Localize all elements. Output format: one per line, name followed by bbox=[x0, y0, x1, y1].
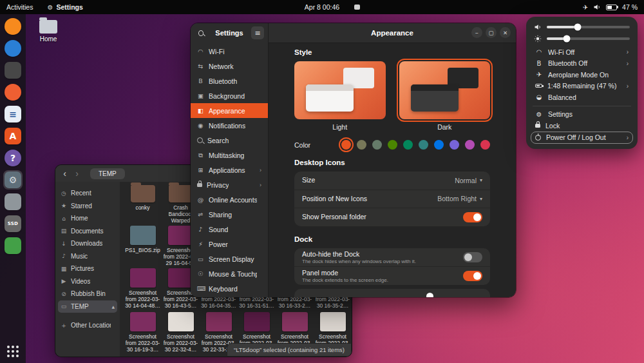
dock-app-button[interactable] bbox=[3, 61, 23, 80]
settings-row[interactable]: Panel mode The dock extends to the scree… bbox=[294, 266, 490, 285]
show-applications-button[interactable] bbox=[3, 345, 23, 358]
settings-nav-item[interactable]: ⊞ Applications › bbox=[191, 162, 268, 177]
dock-app-button[interactable]: ⚙ bbox=[3, 170, 23, 190]
accent-color-swatch[interactable] bbox=[357, 140, 366, 150]
accent-color-swatch[interactable] bbox=[341, 140, 351, 150]
settings-nav-item[interactable]: ⧉ Multitasking bbox=[191, 148, 268, 162]
accent-color-swatch[interactable] bbox=[372, 140, 382, 150]
dock-app-button[interactable] bbox=[3, 39, 23, 58]
settings-row[interactable]: Auto-hide the Dock The dock hides when a… bbox=[294, 248, 490, 266]
settings-nav-item[interactable]: ◉ Notifications bbox=[191, 118, 268, 133]
dock-app-icon: SSD bbox=[5, 215, 21, 232]
dock-app-button[interactable] bbox=[3, 83, 23, 102]
accent-color-swatch[interactable] bbox=[388, 140, 397, 150]
settings-nav-item[interactable]: ☉ Mouse & Touchpad bbox=[191, 266, 268, 281]
style-preview-card[interactable] bbox=[399, 61, 491, 119]
accent-color-swatch[interactable] bbox=[480, 140, 490, 150]
files-sidebar-item[interactable]: ★ Starred bbox=[55, 200, 120, 213]
file-item[interactable]: Screenshot from 2022-03- 30 16-19-3… bbox=[124, 312, 162, 353]
forward-button[interactable]: › bbox=[71, 169, 82, 178]
dock-app-button[interactable]: ? bbox=[3, 148, 23, 168]
settings-nav-item[interactable]: ⇌ Sharing bbox=[191, 207, 268, 222]
system-menu-item[interactable]: ◠ Wi-Fi Off › bbox=[531, 46, 632, 58]
file-item[interactable]: PS1_BIOS.zip bbox=[124, 226, 162, 266]
slider-knob[interactable] bbox=[563, 35, 570, 43]
clock-button[interactable]: Apr 8 00:46 bbox=[305, 3, 339, 11]
settings-nav-item[interactable]: ◧ Appearance bbox=[191, 103, 268, 118]
dock-app-button[interactable]: A bbox=[3, 126, 23, 146]
dock-app-button[interactable] bbox=[3, 192, 23, 211]
dock-app-icon bbox=[5, 40, 21, 57]
files-sidebar-item[interactable]: ⊘ Rubbish Bin bbox=[55, 288, 120, 300]
style-option[interactable]: Dark bbox=[399, 61, 491, 131]
system-menu-items: ◠ Wi-Fi Off › B Bluetooth Off › bbox=[531, 46, 632, 144]
files-sidebar-item[interactable]: ♪ Music bbox=[55, 250, 120, 263]
system-menu-item[interactable]: ⚙ Settings bbox=[531, 109, 632, 121]
settings-nav-item[interactable]: ⇆ Network bbox=[191, 59, 268, 74]
accent-color-swatch[interactable] bbox=[465, 140, 475, 150]
settings-row[interactable]: Show Personal folder ▾ bbox=[294, 208, 490, 226]
eject-icon[interactable]: ▲ bbox=[111, 304, 115, 309]
toggle-switch[interactable] bbox=[463, 252, 482, 262]
files-sidebar-item[interactable]: ↓ Downloads bbox=[55, 237, 120, 250]
files-sidebar-item[interactable]: ▤ Documents bbox=[55, 225, 120, 238]
accent-color-swatch[interactable] bbox=[434, 140, 444, 150]
settings-nav-item[interactable]: ◠ Wi-Fi bbox=[191, 44, 268, 59]
settings-nav-item[interactable]: ⌨ Keyboard bbox=[191, 281, 268, 296]
settings-nav-item[interactable]: ♪ Sound bbox=[191, 222, 268, 237]
dock-app-button[interactable] bbox=[3, 236, 23, 255]
files-sidebar-item[interactable]: ▭ TEMP ▲ bbox=[58, 300, 117, 313]
close-button[interactable]: ✕ bbox=[500, 27, 511, 38]
minimize-button[interactable]: − bbox=[471, 27, 482, 38]
settings-nav-item[interactable]: Privacy › bbox=[191, 177, 268, 192]
dock-app-button[interactable]: SSD bbox=[3, 214, 23, 233]
desktop-home-icon[interactable]: Home bbox=[33, 17, 63, 43]
volume-slider[interactable] bbox=[547, 26, 630, 28]
dock-app-button[interactable]: ≡ bbox=[3, 104, 23, 124]
files-sidebar-item[interactable]: + Other Locations bbox=[55, 319, 120, 332]
menu-button[interactable]: ≡ bbox=[251, 26, 264, 39]
system-menu-item[interactable]: Power Off / Log Out › bbox=[531, 132, 633, 144]
settings-nav-item[interactable]: ▭ Screen Display bbox=[191, 251, 268, 266]
toggle-switch[interactable] bbox=[463, 212, 482, 222]
dock-app-button[interactable] bbox=[3, 17, 23, 36]
file-item[interactable]: conky bbox=[124, 183, 162, 224]
path-button[interactable]: TEMP bbox=[90, 168, 125, 179]
file-item[interactable]: Screenshot from 2022-03- 30 14-04-48… bbox=[124, 268, 162, 309]
system-status-area[interactable]: ✈ 47 % bbox=[583, 3, 644, 11]
settings-nav-item[interactable]: ▣ Background bbox=[191, 88, 268, 103]
files-sidebar-icon: ◷ bbox=[61, 190, 67, 197]
back-button[interactable]: ‹ bbox=[59, 169, 70, 178]
slider-knob[interactable] bbox=[574, 24, 581, 31]
system-menu-item[interactable]: 1:48 Remaining (47 %) › bbox=[531, 81, 632, 92]
settings-nav-item[interactable]: B Bluetooth bbox=[191, 74, 268, 88]
brightness-slider[interactable] bbox=[547, 37, 630, 40]
focused-app-menu[interactable]: ⚙ Settings bbox=[43, 3, 86, 12]
icon-size-slider[interactable] bbox=[426, 293, 433, 298]
settings-nav-icon: ⇆ bbox=[197, 63, 204, 70]
file-item[interactable]: Screenshot from 2022-03- 30 22-32-4… bbox=[162, 312, 200, 353]
toggle-switch[interactable] bbox=[463, 271, 482, 281]
settings-nav-item[interactable]: Search bbox=[191, 133, 268, 148]
style-preview-card[interactable] bbox=[294, 61, 386, 119]
files-sidebar-icon: ▦ bbox=[61, 266, 67, 272]
settings-nav-item[interactable]: ⚡ Power bbox=[191, 237, 268, 251]
accent-color-swatch[interactable] bbox=[450, 140, 459, 150]
activities-button[interactable]: Activities bbox=[6, 3, 33, 11]
style-option[interactable]: Light bbox=[294, 61, 386, 131]
files-sidebar-item[interactable]: ▦ Pictures bbox=[55, 262, 120, 275]
accent-color-swatch[interactable] bbox=[419, 140, 428, 150]
files-sidebar-item[interactable]: ⌂ Home bbox=[55, 212, 120, 225]
settings-row[interactable]: Size Normal ▾ bbox=[294, 172, 490, 190]
files-sidebar-item[interactable]: ▶ Videos bbox=[55, 275, 120, 288]
system-menu-item[interactable]: Lock bbox=[531, 120, 632, 132]
system-menu-item[interactable]: ◒ Balanced bbox=[531, 92, 632, 103]
search-button[interactable] bbox=[194, 26, 207, 39]
system-menu-item[interactable]: B Bluetooth Off › bbox=[531, 58, 632, 70]
files-sidebar-item[interactable]: ◷ Recent bbox=[55, 187, 120, 200]
settings-nav-item[interactable]: @ Online Accounts bbox=[191, 192, 268, 207]
system-menu-item[interactable]: ✈ Aeroplane Mode On bbox=[531, 69, 632, 81]
settings-row[interactable]: Position of New Icons Bottom Right ▾ bbox=[294, 190, 490, 208]
maximize-button[interactable]: ▢ bbox=[486, 27, 497, 38]
accent-color-swatch[interactable] bbox=[403, 140, 413, 150]
